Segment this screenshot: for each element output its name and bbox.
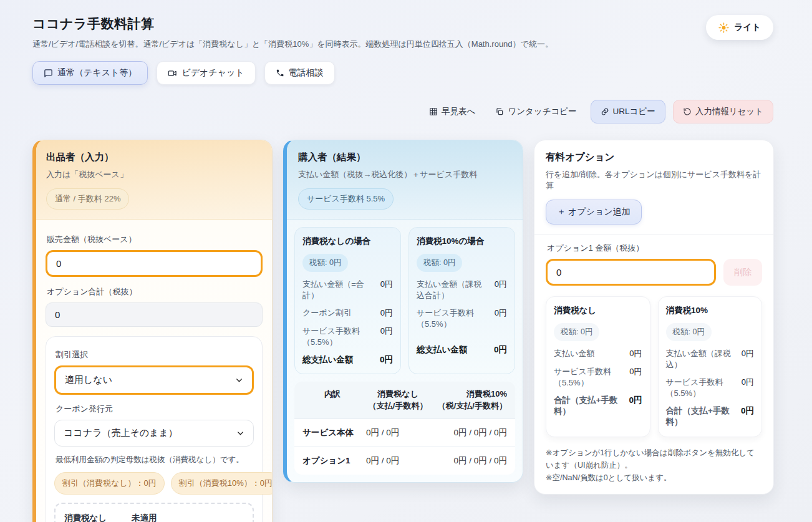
- quick-table-label: 早見表へ: [442, 106, 475, 117]
- result-total-label: 総支払い金額: [417, 344, 467, 355]
- result-total-label: 合計（支払+手数料）: [554, 395, 624, 417]
- add-option-button[interactable]: ＋ オプション追加: [546, 200, 642, 225]
- tax10-result-title: 消費税10%の場合: [417, 236, 507, 247]
- seller-card: 出品者（入力） 入力は「税抜ベース」 通常 / 手数料 22% 販売金額（税抜ベ…: [32, 140, 273, 522]
- discount-select[interactable]: 適用しない: [54, 365, 254, 395]
- breakdown-header-cell: 消費税なし （支払/手数料）: [366, 389, 430, 411]
- no-tax-result-card: 消費税なしの場合 税額: 0円 支払い金額（=合計） 0円 クーポン割引 0円 …: [294, 227, 401, 374]
- divider: [534, 234, 773, 234]
- tab-label: 電話相談: [289, 67, 324, 79]
- result-row-value: 0円: [380, 326, 393, 337]
- coupon-source-label: クーポン発行元: [56, 404, 253, 415]
- result-row: サービス手数料（5.5%） 0円: [554, 366, 642, 388]
- options-footnote: ※オプションが1行しかない場合は削除ボタンを無効化しています（UI崩れ防止）。 …: [546, 447, 762, 484]
- result-row: サービス手数料（5.5%） 0円: [302, 326, 393, 347]
- breakdown-row-name: オプション1: [302, 455, 362, 466]
- tab-phone-consult[interactable]: 電話相談: [264, 61, 335, 85]
- result-row-label: クーポン割引: [302, 307, 352, 319]
- seller-card-body: 販売金額（税抜ベース） オプション合計（税抜） 割引選択 適用しない クーポン発…: [36, 220, 272, 522]
- delete-option-label: 削除: [734, 267, 752, 277]
- result-row-label: サービス手数料（5.5%）: [302, 326, 375, 347]
- one-touch-copy-label: ワンタッチコピー: [508, 106, 576, 117]
- result-row: サービス手数料（5.5%） 0円: [417, 307, 507, 329]
- result-row-value: 0円: [380, 279, 393, 290]
- result-total-row: 合計（支払+手数料） 0円: [666, 405, 755, 428]
- buyer-card: 購入者（結果） 支払い金額（税抜→税込化後）＋サービス手数料 サービス手数料 5…: [283, 140, 523, 483]
- result-row-value: 0円: [629, 366, 642, 377]
- result-row-label: サービス手数料（5.5%）: [417, 307, 490, 329]
- url-copy-button[interactable]: URLコピー: [591, 100, 665, 123]
- result-row-label: サービス手数料（5.5%）: [554, 366, 624, 388]
- tab-normal-text[interactable]: 通常（テキスト等）: [32, 61, 148, 85]
- options-total-label: オプション合計（税抜）: [47, 286, 261, 297]
- header-titles: ココナラ手数料計算 通常/ビデオ/電話相談を切替。通常/ビデオは「消費税なし」と…: [32, 15, 553, 50]
- discount-select-label: 割引選択: [56, 349, 253, 360]
- result-row-value: 0円: [742, 348, 754, 359]
- footnote-line: ※空/NaN/負数は0として扱います。: [546, 473, 671, 482]
- breakdown-table-row: オプション1 0円 / 0円 0円 / 0円 / 0円: [294, 447, 515, 475]
- buyer-card-body: 消費税なしの場合 税額: 0円 支払い金額（=合計） 0円 クーポン割引 0円 …: [287, 220, 523, 482]
- tab-label: ビデオチャット: [181, 67, 244, 79]
- buyer-card-header: 購入者（結果） 支払い金額（税抜→税込化後）＋サービス手数料 サービス手数料 5…: [287, 140, 523, 220]
- options-total-input[interactable]: [46, 302, 263, 327]
- delete-option-button[interactable]: 削除: [723, 259, 762, 286]
- price-label: 販売金額（税抜ベース）: [47, 234, 261, 245]
- discount-status-value: 未適用: [132, 513, 157, 522]
- breakdown-table: 内訳 消費税なし （支払/手数料） 消費税10% （税/支払/手数料） サービス…: [294, 382, 515, 474]
- service-fee-badge: サービス手数料 5.5%: [298, 188, 394, 210]
- breakdown-table-row: サービス本体 0円 / 0円 0円 / 0円 / 0円: [294, 418, 515, 447]
- result-total-value: 0円: [494, 344, 507, 355]
- result-row-value: 0円: [380, 307, 393, 319]
- result-row-value: 0円: [495, 279, 507, 290]
- breakdown-row-tax10: 0円 / 0円 / 0円: [433, 455, 507, 466]
- mode-tabs: 通常（テキスト等） ビデオチャット 電話相談: [32, 61, 773, 85]
- no-tax-result-title: 消費税なしの場合: [302, 236, 393, 247]
- result-row: サービス手数料（5.5%） 0円: [666, 377, 755, 399]
- result-total-row: 総支払い金額 0円: [302, 354, 393, 365]
- paid-options-card: 有料オプション 行を追加/削除。各オプションは個別にサービス手数料を計算 ＋ オ…: [534, 140, 774, 495]
- breakdown-header-cell: 内訳: [302, 389, 362, 411]
- result-row-label: 支払い金額（課税込合計）: [417, 279, 490, 301]
- tab-label: 通常（テキスト等）: [57, 67, 137, 79]
- option-no-tax-card: 消費税なし 税額: 0円 支払い金額 0円 サービス手数料（5.5%） 0円 合…: [546, 296, 650, 437]
- coupon-source-select[interactable]: ココナラ（売上そのまま）: [54, 420, 254, 447]
- copy-icon: [495, 107, 504, 116]
- quick-table-button[interactable]: 早見表へ: [423, 100, 481, 123]
- result-total-row: 合計（支払+手数料） 0円: [554, 395, 642, 417]
- result-total-value: 0円: [629, 395, 642, 406]
- toolbar: 早見表へ ワンタッチコピー URLコピー 入力情報リセット: [32, 100, 773, 123]
- discount-panel: 割引選択 適用しない クーポン発行元 ココナラ（売上そのまま）: [46, 336, 263, 522]
- option-no-tax-title: 消費税なし: [554, 305, 642, 316]
- one-touch-copy-button[interactable]: ワンタッチコピー: [489, 100, 582, 123]
- header: ココナラ手数料計算 通常/ビデオ/電話相談を切替。通常/ビデオは「消費税なし」と…: [32, 15, 773, 50]
- url-copy-label: URLコピー: [613, 106, 655, 117]
- theme-toggle-button[interactable]: ライト: [706, 15, 773, 40]
- result-row-label: 支払い金額（=合計）: [302, 279, 375, 301]
- price-input[interactable]: [46, 250, 263, 277]
- option1-amount-label: オプション1 金額（税抜）: [547, 243, 761, 254]
- discount-select-value: 適用しない: [65, 374, 112, 386]
- page: ココナラ手数料計算 通常/ビデオ/電話相談を切替。通常/ビデオは「消費税なし」と…: [0, 0, 812, 522]
- tab-video-chat[interactable]: ビデオチャット: [157, 61, 255, 85]
- option-tax10-card: 消費税10% 税額: 0円 支払い金額（課税込） 0円 サービス手数料（5.5%…: [658, 296, 763, 437]
- breakdown-header-cell: 消費税10% （税/支払/手数料）: [433, 389, 507, 411]
- fee-rate-badge: 通常 / 手数料 22%: [46, 188, 129, 210]
- discount-status-box: 消費税なし 未適用 消費税10% 未適用: [54, 503, 254, 522]
- coupon-source-value: ココナラ（売上そのまま）: [64, 427, 178, 439]
- footnote-line: ※オプションが1行しかない場合は削除ボタンを無効化しています（UI崩れ防止）。: [546, 448, 755, 470]
- result-row-value: 0円: [742, 377, 754, 388]
- buyer-result-subcards: 消費税なしの場合 税額: 0円 支払い金額（=合計） 0円 クーポン割引 0円 …: [294, 227, 515, 374]
- seller-card-subtitle: 入力は「税抜ベース」: [46, 169, 262, 180]
- result-row-label: 支払い金額: [554, 348, 594, 359]
- seller-card-header: 出品者（入力） 入力は「税抜ベース」 通常 / 手数料 22%: [36, 140, 272, 220]
- result-row-value: 0円: [495, 307, 507, 319]
- result-row: 支払い金額（=合計） 0円: [302, 279, 393, 301]
- paid-options-subtitle: 行を追加/削除。各オプションは個別にサービス手数料を計算: [546, 169, 762, 191]
- tax-amount-badge: 税額: 0円: [666, 323, 712, 341]
- reset-button[interactable]: 入力情報リセット: [673, 100, 773, 123]
- discount-no-tax-badge: 割引（消費税なし）：0円: [54, 472, 165, 495]
- result-row: クーポン割引 0円: [302, 307, 393, 319]
- page-subtitle: 通常/ビデオ/電話相談を切替。通常/ビデオは「消費税なし」と「消費税10%」を同…: [32, 39, 553, 50]
- option1-amount-input[interactable]: [546, 259, 716, 286]
- tax-amount-badge: 税額: 0円: [302, 254, 348, 272]
